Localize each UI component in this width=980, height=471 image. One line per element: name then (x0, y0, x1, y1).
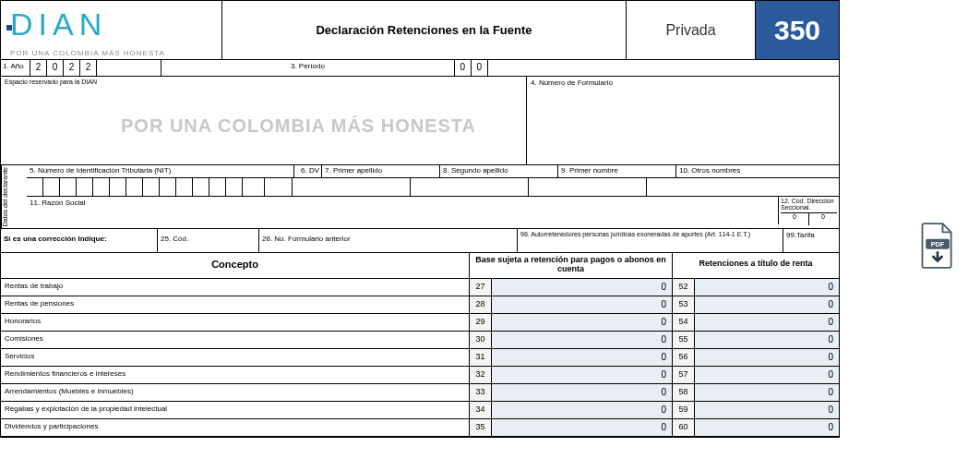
pdf-download-button[interactable]: PDF (917, 222, 958, 272)
logo-cell: DIAN POR UNA COLOMBIA MÁS HONESTA (1, 1, 222, 59)
nit-box[interactable] (43, 178, 60, 196)
row-base-value[interactable]: 0 (492, 402, 673, 418)
dv-label: 6. DV (294, 165, 322, 177)
row-concept: Dividendos y participaciones (1, 419, 470, 436)
logo-text: DIAN (10, 6, 212, 42)
row-base-value[interactable]: 0 (492, 332, 673, 348)
nit-box[interactable] (27, 178, 43, 196)
razon-social-label: 11. Razón Social (27, 197, 779, 224)
segundo-apellido-field[interactable] (411, 178, 529, 196)
correction-prev-label: 26. No. Formulario anterior (259, 229, 518, 252)
declarante-main: 5. Número de Identificación Tributaria (… (27, 165, 839, 228)
nit-box[interactable] (77, 178, 93, 196)
row-ret-num: 58 (673, 384, 695, 401)
data-rows: Rentas de trabajo270520Rentas de pension… (1, 279, 839, 437)
otros-nombres-field[interactable] (647, 178, 839, 196)
row-base-num: 34 (470, 402, 492, 418)
year-label: 1. Año (1, 60, 30, 76)
segundo-apellido-label: 8. Segundo apellido (440, 165, 558, 177)
table-row: Dividendos y participaciones350600 (1, 419, 839, 437)
cod-seccional-digit: 0 (809, 213, 837, 225)
period-digit: 0 (472, 60, 488, 76)
row-ret-num: 60 (673, 419, 695, 436)
row-ret-value[interactable]: 0 (695, 367, 839, 383)
year-period-row: 1. Año 2 0 2 2 3. Período 0 0 (1, 60, 839, 77)
nit-box[interactable] (93, 178, 110, 196)
spacer (97, 60, 161, 76)
year-digit: 0 (47, 60, 64, 76)
row-base-value[interactable]: 0 (492, 367, 673, 383)
row-concept: Honorarios (1, 314, 470, 331)
nit-box[interactable] (243, 178, 265, 196)
svg-text:PDF: PDF (931, 240, 945, 248)
watermark-row: Espacio reservado para la DIAN POR UNA C… (1, 77, 839, 165)
year-digit: 2 (30, 60, 47, 76)
autorretenedores-label: 98. Autorretenedores personas jurídicas … (518, 229, 783, 252)
dv-box[interactable] (265, 178, 293, 196)
razon-row: 11. Razón Social 12. Cód. Dirección Secc… (27, 197, 839, 224)
row-base-value[interactable]: 0 (492, 314, 673, 331)
form-350: DIAN POR UNA COLOMBIA MÁS HONESTA Declar… (0, 0, 840, 438)
row-base-value[interactable]: 0 (492, 384, 673, 401)
nit-box[interactable] (160, 178, 176, 196)
row-ret-num: 52 (673, 279, 695, 296)
row-concept: Comisiones (1, 332, 470, 348)
nit-box[interactable] (110, 178, 126, 196)
nit-box[interactable] (143, 178, 160, 196)
column-headers: Concepto Base sujeta a retención para pa… (1, 253, 839, 279)
declarante-side-label: Datos del declarante (1, 165, 27, 228)
form-title: Declaración Retenciones en la Fuente (222, 1, 627, 59)
row-ret-value[interactable]: 0 (695, 402, 839, 418)
period-digit: 0 (455, 60, 472, 76)
nit-box[interactable] (176, 178, 193, 196)
row-concept: Rendimientos financieros e intereses (1, 367, 470, 383)
col-base: Base sujeta a retención para pagos o abo… (470, 253, 673, 278)
nit-box[interactable] (60, 178, 77, 196)
primer-apellido-field[interactable] (293, 178, 411, 196)
logo-subtitle: POR UNA COLOMBIA MÁS HONESTA (10, 49, 212, 57)
nit-box[interactable] (193, 178, 209, 196)
row-concept: Rentas de trabajo (1, 279, 470, 296)
row-base-num: 29 (470, 314, 492, 331)
row-base-num: 35 (470, 419, 492, 436)
logo-dot-icon (6, 25, 12, 30)
row-base-value[interactable]: 0 (492, 296, 673, 313)
row-ret-value[interactable]: 0 (695, 296, 839, 313)
table-row: Servicios310560 (1, 349, 839, 367)
correction-label: Si es una corrección Indique: (1, 229, 158, 252)
row-ret-num: 57 (673, 367, 695, 383)
nit-box[interactable] (126, 178, 143, 196)
nit-box[interactable] (209, 178, 226, 196)
reserved-label: Espacio reservado para la DIAN (1, 77, 526, 87)
row-ret-value[interactable]: 0 (695, 349, 839, 366)
cod-seccional-label: 12. Cód. Dirección Seccional. (781, 198, 834, 211)
primer-nombre-field[interactable] (529, 178, 647, 196)
row-ret-num: 53 (673, 296, 695, 313)
table-row: Rentas de pensiones280530 (1, 296, 839, 314)
row-base-num: 33 (470, 384, 492, 401)
row-base-value[interactable]: 0 (492, 349, 673, 366)
table-row: Rentas de trabajo270520 (1, 279, 839, 296)
table-row: Comisiones300550 (1, 332, 839, 349)
nit-box[interactable] (226, 178, 243, 196)
header-row: DIAN POR UNA COLOMBIA MÁS HONESTA Declar… (1, 1, 839, 60)
row-ret-value[interactable]: 0 (695, 279, 839, 296)
correction-cod-label: 25. Cód. (158, 229, 259, 252)
row-ret-value[interactable]: 0 (695, 384, 839, 401)
row-ret-num: 56 (673, 349, 695, 366)
row-concept: Arrendamientos (Muebles e inmuebles) (1, 384, 470, 401)
row-ret-value[interactable]: 0 (695, 332, 839, 348)
spacer (488, 60, 839, 76)
nit-labels-row: 5. Número de Identificación Tributaria (… (27, 165, 839, 178)
reserved-area: Espacio reservado para la DIAN POR UNA C… (1, 77, 527, 164)
row-base-value[interactable]: 0 (492, 279, 673, 296)
row-ret-value[interactable]: 0 (695, 419, 839, 436)
row-ret-num: 59 (673, 402, 695, 418)
row-concept: Rentas de pensiones (1, 296, 470, 313)
col-concepto: Concepto (1, 253, 470, 278)
row-base-value[interactable]: 0 (492, 419, 673, 436)
table-row: Honorarios290540 (1, 314, 839, 332)
form-code: 350 (756, 1, 839, 59)
row-base-num: 27 (470, 279, 492, 296)
row-ret-value[interactable]: 0 (695, 314, 839, 331)
